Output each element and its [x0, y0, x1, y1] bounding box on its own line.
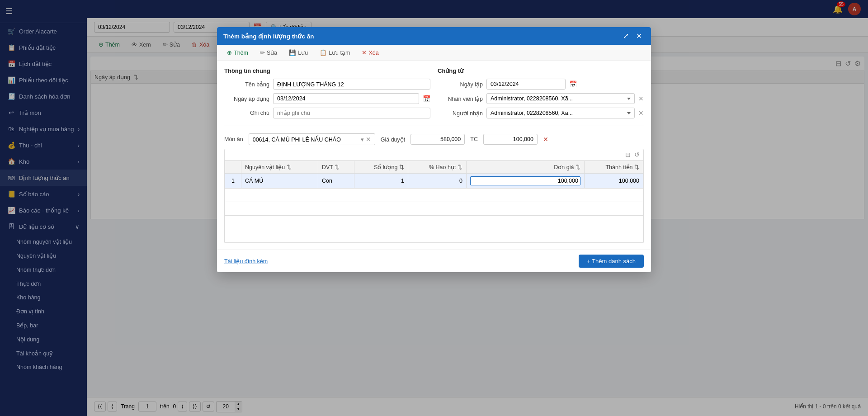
sort-dvt-icon[interactable]: ⇅ — [335, 164, 340, 170]
modal-luu-tam-button[interactable]: 📋 Lưu tạm — [315, 47, 354, 58]
section-thong-tin-chung: Thông tin chung Tên bảng Ngày áp dụng 📅 … — [224, 67, 430, 122]
filter-icon-table[interactable]: ⊟ — [625, 151, 631, 158]
mon-an-clear[interactable]: ✕ — [366, 136, 371, 143]
sort-dg-icon[interactable]: ⇅ — [576, 164, 580, 170]
ngay-lap-group: Ngày lập 📅 — [438, 79, 644, 90]
section-thong-tin-title: Thông tin chung — [224, 67, 430, 74]
nhan-vien-lap-label: Nhân viên lập — [438, 95, 483, 102]
ten-bang-input[interactable] — [273, 79, 430, 90]
modal-add-bang-dinh-luong: Thêm bảng định lượng thức ăn ⤢ ✕ ⊕ Thêm … — [217, 27, 651, 272]
nhan-vien-lap-select[interactable]: Administrator, 0228208560, Xã... — [486, 93, 635, 104]
empty-row-4 — [225, 229, 643, 243]
modal-close-button[interactable]: ✕ — [633, 31, 645, 41]
sort-sl-icon[interactable]: ⇅ — [399, 164, 404, 170]
mon-an-label: Món ăn — [224, 136, 243, 142]
cell-nguyen-vat-lieu: CÁ MÚ — [241, 174, 318, 189]
modal-footer: Tài liệu đính kèm + Thêm danh sách — [217, 250, 651, 272]
col-nguyen-vat-lieu: Nguyên vật liệu ⇅ — [241, 161, 318, 174]
save-icon: 💾 — [289, 49, 296, 56]
ngay-lap-label: Ngày lập — [438, 81, 483, 88]
tc-clear[interactable]: ✕ — [543, 136, 548, 143]
nhan-vien-lap-clear[interactable]: ✕ — [638, 95, 644, 102]
col-don-gia: Đơn giá ⇅ — [466, 161, 584, 174]
col-dvt: ĐVT ⇅ — [318, 161, 354, 174]
nguoi-nhan-select[interactable]: Administrator, 0228208560, Xã... — [486, 108, 635, 118]
gia-duyet-input[interactable] — [410, 134, 465, 145]
nhan-vien-lap-group: Nhân viên lập Administrator, 0228208560,… — [438, 93, 644, 104]
cell-so-luong: 1 — [354, 174, 408, 189]
mon-an-select-wrap: 00614, CÁ MÚ PHI LÊ NẤU CHÁO ▾ ✕ — [249, 133, 375, 145]
ten-bang-label: Tên bảng — [224, 81, 269, 88]
gia-duyet-label: Giá duyệt — [381, 136, 406, 143]
empty-row-1 — [225, 189, 643, 202]
ghi-chu-label: Ghi chú — [224, 110, 269, 116]
cell-stt: 1 — [225, 174, 241, 189]
nguoi-nhan-group: Người nhận Administrator, 0228208560, Xã… — [438, 108, 644, 118]
ingredients-tbody: 1 CÁ MÚ Con 1 0 100,000 — [225, 174, 643, 243]
chevron-down-mon-an[interactable]: ▾ — [361, 136, 364, 143]
cell-thanh-tien: 100,000 — [584, 174, 643, 189]
ingredients-table: Nguyên vật liệu ⇅ ĐVT ⇅ Số lượng ⇅ — [225, 161, 643, 243]
delete-icon: ✕ — [362, 49, 367, 56]
cell-hao-hut: 0 — [408, 174, 466, 189]
table-filter-row: ⊟ ↺ — [225, 149, 643, 161]
modal-xoa-button[interactable]: ✕ Xóa — [357, 47, 383, 58]
ngay-ap-dung-input[interactable] — [273, 93, 419, 104]
col-thanh-tien: Thành tiền ⇅ — [584, 161, 643, 174]
cell-don-gia[interactable] — [466, 174, 584, 189]
modal-sua-button[interactable]: ✏ Sửa — [255, 47, 282, 58]
nguoi-nhan-label: Người nhận — [438, 110, 483, 117]
col-so-luong: Số lượng ⇅ — [354, 161, 408, 174]
section-chung-tu: Chứng từ Ngày lập 📅 Nhân viên lập Admini… — [438, 67, 644, 122]
edit-pencil-icon: ✏ — [260, 49, 265, 56]
table-row[interactable]: 1 CÁ MÚ Con 1 0 100,000 — [225, 174, 643, 189]
nguoi-nhan-clear[interactable]: ✕ — [638, 109, 644, 117]
col-stt — [225, 161, 241, 174]
modal-toolbar: ⊕ Thêm ✏ Sửa 💾 Lưu 📋 Lưu tạm ✕ Xóa — [217, 45, 651, 61]
tai-lieu-dinh-kem-link[interactable]: Tài liệu đính kèm — [224, 258, 268, 265]
section-chung-tu-title: Chứng từ — [438, 67, 644, 74]
modal-luu-button[interactable]: 💾 Lưu — [284, 47, 312, 58]
ngay-ap-dung-group: Ngày áp dụng 📅 — [224, 93, 430, 104]
refresh-icon-table[interactable]: ↺ — [634, 151, 640, 158]
ingredients-table-wrap: ⊟ ↺ Nguyên vật liệu ⇅ ĐVT — [224, 149, 644, 243]
col-hao-hut: % Hao hụt ⇅ — [408, 161, 466, 174]
modal-header: Thêm bảng định lượng thức ăn ⤢ ✕ — [217, 27, 651, 45]
ghi-chu-input[interactable] — [273, 108, 430, 118]
empty-row-2 — [225, 202, 643, 216]
empty-row-3 — [225, 216, 643, 229]
mon-an-row: Món ăn 00614, CÁ MÚ PHI LÊ NẤU CHÁO ▾ ✕ … — [224, 130, 644, 149]
modal-title: Thêm bảng định lượng thức ăn — [223, 33, 314, 40]
cell-dvt: Con — [318, 174, 354, 189]
ten-bang-group: Tên bảng — [224, 79, 430, 90]
ghi-chu-group: Ghi chú — [224, 108, 430, 118]
form-sections: Thông tin chung Tên bảng Ngày áp dụng 📅 … — [224, 67, 644, 122]
ngay-lap-input[interactable] — [486, 79, 566, 90]
sort-nvl-icon[interactable]: ⇅ — [287, 164, 292, 170]
modal-overlay: Thêm bảng định lượng thức ăn ⤢ ✕ ⊕ Thêm … — [0, 0, 868, 416]
don-gia-input[interactable] — [470, 176, 580, 185]
modal-them-button[interactable]: ⊕ Thêm — [222, 47, 253, 58]
calendar-icon-ngay-ap-dung[interactable]: 📅 — [423, 95, 430, 102]
modal-maximize-button[interactable]: ⤢ — [620, 31, 632, 41]
mon-an-text: 00614, CÁ MÚ PHI LÊ NẤU CHÁO — [253, 136, 359, 143]
save-draft-icon: 📋 — [320, 49, 327, 56]
tc-label: TC — [470, 136, 478, 142]
ngay-ap-dung-label: Ngày áp dụng — [224, 95, 269, 102]
modal-header-actions: ⤢ ✕ — [620, 31, 645, 41]
tc-input[interactable] — [483, 134, 538, 145]
add-circle-icon: ⊕ — [227, 49, 232, 56]
sort-tt-icon[interactable]: ⇅ — [634, 164, 639, 170]
them-danh-sach-button[interactable]: + Thêm danh sách — [579, 255, 644, 268]
calendar-icon-ngay-lap[interactable]: 📅 — [569, 80, 577, 88]
sort-hh-icon[interactable]: ⇅ — [458, 164, 462, 170]
modal-body: Thông tin chung Tên bảng Ngày áp dụng 📅 … — [217, 61, 651, 250]
